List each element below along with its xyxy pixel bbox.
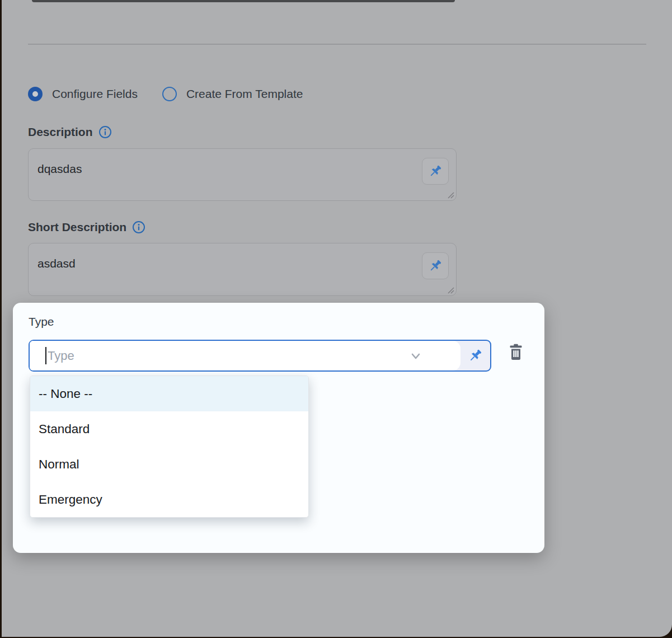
- description-textarea[interactable]: dqasdas: [29, 149, 456, 200]
- type-combobox-input-area: [30, 341, 460, 370]
- offscreen-field-bottom-edge: [32, 0, 455, 2]
- type-combobox: [29, 340, 491, 372]
- pushpin-icon: [428, 164, 443, 179]
- delete-field-button[interactable]: [504, 340, 528, 364]
- trash-icon: [507, 341, 524, 363]
- create-from-template-radio-label[interactable]: Create From Template: [186, 87, 303, 101]
- type-combobox-input[interactable]: [30, 341, 460, 370]
- type-label: Type: [29, 315, 54, 329]
- dimmed-form-overlay: Configure Fields Create From Template De…: [2, 0, 672, 637]
- dropdown-option-normal[interactable]: Normal: [30, 447, 308, 482]
- dropdown-option-none[interactable]: -- None --: [30, 376, 308, 411]
- type-pin-button[interactable]: [460, 341, 490, 370]
- info-icon[interactable]: [132, 221, 145, 234]
- short-description-textarea[interactable]: asdasd: [29, 243, 456, 295]
- configure-fields-radio[interactable]: [28, 87, 43, 101]
- short-description-label-row: Short Description: [28, 221, 145, 234]
- section-divider: [28, 44, 646, 45]
- short-description-label: Short Description: [28, 221, 126, 234]
- chevron-down-icon[interactable]: [408, 348, 424, 364]
- dropdown-option-standard[interactable]: Standard: [30, 411, 308, 447]
- screen: Configure Fields Create From Template De…: [0, 0, 672, 638]
- type-field-card: Type: [13, 303, 544, 553]
- resize-handle-icon[interactable]: [447, 191, 454, 199]
- short-description-pin-button[interactable]: [422, 252, 449, 279]
- pushpin-icon: [428, 259, 443, 273]
- dropdown-option-emergency[interactable]: Emergency: [30, 482, 308, 517]
- create-from-template-radio[interactable]: [162, 87, 177, 101]
- info-icon[interactable]: [98, 125, 112, 139]
- description-field: dqasdas: [28, 148, 457, 201]
- field-mode-radio-group: Configure Fields Create From Template: [28, 87, 303, 101]
- text-caret: [45, 347, 46, 364]
- pushpin-icon: [468, 348, 483, 363]
- description-label: Description: [28, 125, 93, 139]
- description-pin-button[interactable]: [422, 158, 449, 185]
- configure-fields-radio-label[interactable]: Configure Fields: [52, 87, 138, 101]
- resize-handle-icon[interactable]: [447, 287, 454, 294]
- type-dropdown-list: -- None -- Standard Normal Emergency: [30, 376, 309, 518]
- description-label-row: Description: [28, 125, 112, 139]
- short-description-field: asdasd: [28, 243, 457, 296]
